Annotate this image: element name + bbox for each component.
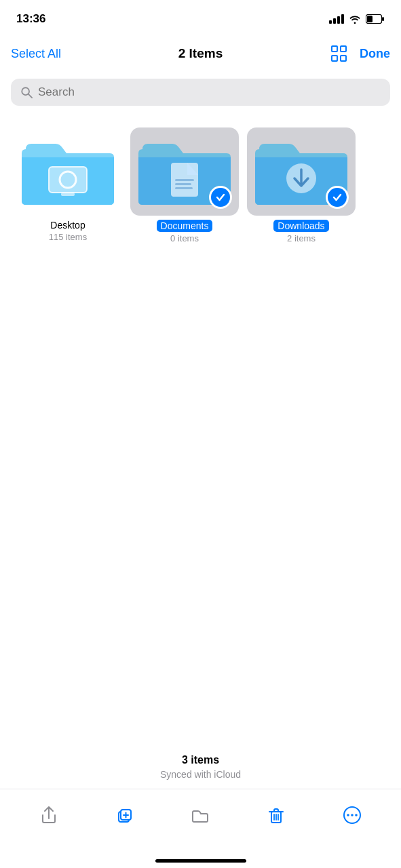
home-indicator: [155, 859, 246, 863]
svg-line-4: [28, 94, 32, 98]
folder-downloads[interactable]: Downloads 2 items: [247, 127, 356, 243]
svg-rect-1: [382, 17, 384, 21]
svg-rect-2: [367, 16, 373, 22]
search-input[interactable]: [38, 85, 381, 99]
duplicate-button[interactable]: [109, 799, 141, 831]
share-icon: [39, 806, 58, 825]
folder-desktop-name: Desktop: [50, 220, 85, 231]
folder-desktop-svg: [20, 134, 115, 209]
folder-documents-icon: [130, 127, 239, 216]
folders-grid: Desktop 115 items: [0, 117, 401, 257]
folder-desktop-count: 115 items: [49, 232, 87, 242]
share-button[interactable]: [33, 799, 65, 831]
folder-documents[interactable]: Documents 0 items: [130, 127, 239, 243]
nav-title: 2 Items: [79, 46, 322, 61]
svg-rect-9: [175, 179, 194, 181]
search-bar[interactable]: [11, 79, 390, 106]
folder-downloads-icon: [247, 127, 356, 216]
grid-view-button[interactable]: [330, 44, 349, 63]
search-bar-wrapper: [0, 76, 401, 117]
total-items-count: 3 items: [0, 754, 401, 766]
duplicate-icon: [115, 806, 134, 825]
folder-downloads-name: Downloads: [273, 220, 328, 232]
more-icon: [343, 806, 362, 825]
select-all-button[interactable]: Select All: [11, 47, 79, 61]
svg-point-24: [347, 814, 349, 816]
status-icons: [329, 14, 385, 24]
delete-button[interactable]: [260, 799, 292, 831]
move-button[interactable]: [184, 799, 216, 831]
sync-status: Synced with iCloud: [0, 769, 401, 780]
svg-rect-10: [175, 183, 191, 185]
status-bar: 13:36: [0, 0, 401, 34]
svg-rect-6: [61, 193, 75, 196]
signal-icon: [329, 14, 344, 24]
wifi-icon: [349, 14, 361, 24]
svg-point-25: [351, 814, 354, 816]
nav-bar: Select All 2 Items Done: [0, 34, 401, 76]
svg-rect-11: [175, 187, 193, 189]
done-button[interactable]: Done: [360, 47, 390, 61]
move-icon: [191, 806, 210, 825]
search-icon: [20, 86, 33, 98]
status-time: 13:36: [16, 12, 45, 26]
more-button[interactable]: [336, 799, 368, 831]
folder-documents-name: Documents: [157, 220, 213, 232]
bottom-toolbar: [0, 789, 401, 845]
nav-right: Done: [322, 44, 390, 63]
svg-point-26: [355, 814, 358, 816]
folder-desktop[interactable]: Desktop 115 items: [14, 127, 122, 243]
folder-documents-count: 0 items: [170, 233, 199, 243]
bottom-status: 3 items Synced with iCloud: [0, 754, 401, 780]
trash-icon: [267, 806, 286, 825]
documents-checkmark: [209, 186, 232, 209]
folder-downloads-count: 2 items: [287, 233, 316, 243]
downloads-checkmark: [326, 186, 349, 209]
folder-desktop-icon: [14, 127, 122, 216]
battery-icon: [366, 14, 385, 24]
